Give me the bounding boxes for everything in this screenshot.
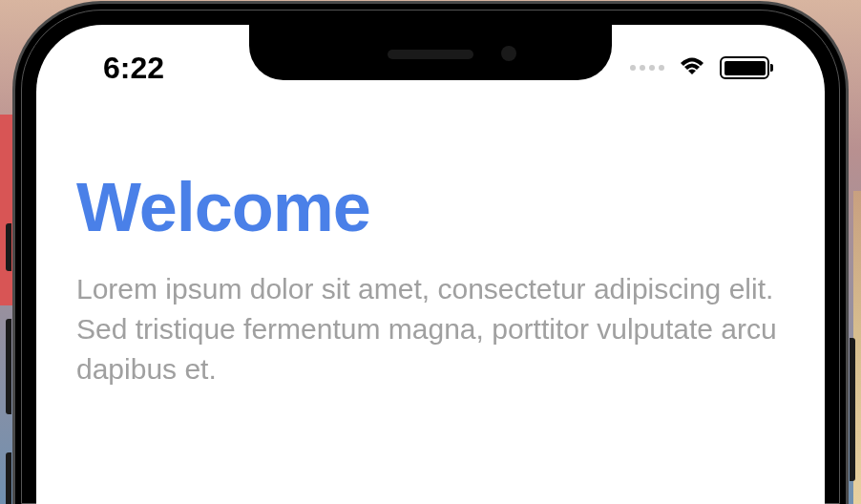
power-button <box>850 338 855 481</box>
speaker <box>388 50 473 59</box>
status-time: 6:22 <box>84 51 164 86</box>
volume-down-button <box>6 452 11 504</box>
mute-switch <box>6 223 11 271</box>
wifi-icon <box>676 54 708 81</box>
phone-notch <box>249 25 612 80</box>
phone-frame: 6:22 <box>15 4 846 504</box>
volume-up-button <box>6 319 11 414</box>
desktop-left-stripe <box>0 115 14 305</box>
signal-dots-icon <box>630 65 664 71</box>
page-content: Welcome Lorem ipsum dolor sit amet, cons… <box>36 111 825 389</box>
status-indicators <box>630 54 777 81</box>
page-title: Welcome <box>76 168 785 246</box>
front-camera <box>501 46 516 61</box>
page-body-text: Lorem ipsum dolor sit amet, consectetur … <box>76 269 785 389</box>
battery-icon <box>720 56 769 79</box>
phone-screen: 6:22 <box>36 25 825 504</box>
battery-level <box>724 61 766 75</box>
